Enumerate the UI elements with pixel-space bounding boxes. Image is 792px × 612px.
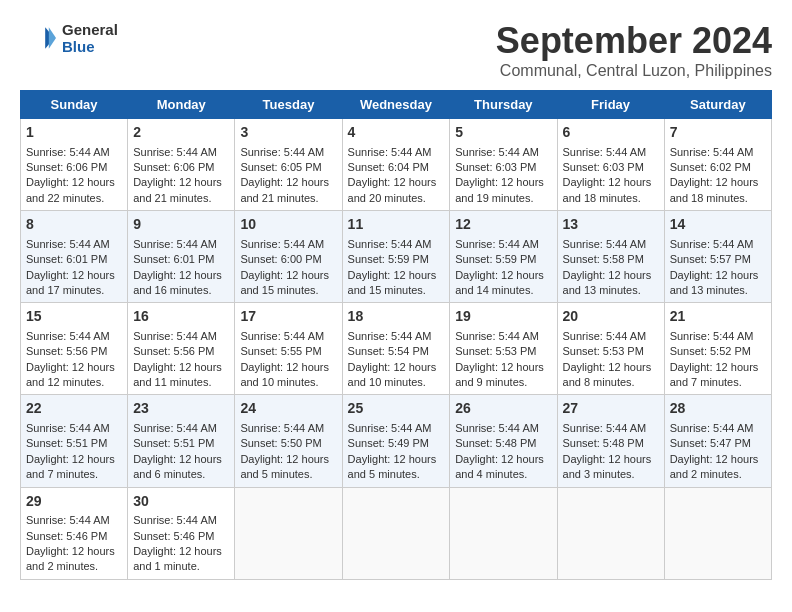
sunset-text: Sunset: 5:54 PM <box>348 345 429 357</box>
sunset-text: Sunset: 5:55 PM <box>240 345 321 357</box>
calendar-cell: 5Sunrise: 5:44 AMSunset: 6:03 PMDaylight… <box>450 119 557 211</box>
sunrise-text: Sunrise: 5:44 AM <box>133 330 217 342</box>
day-number: 15 <box>26 307 122 327</box>
day-number: 29 <box>26 492 122 512</box>
sunset-text: Sunset: 5:53 PM <box>455 345 536 357</box>
sunrise-text: Sunrise: 5:44 AM <box>240 330 324 342</box>
calendar-cell: 19Sunrise: 5:44 AMSunset: 5:53 PMDayligh… <box>450 303 557 395</box>
day-number: 26 <box>455 399 551 419</box>
sunrise-text: Sunrise: 5:44 AM <box>455 330 539 342</box>
calendar-cell: 11Sunrise: 5:44 AMSunset: 5:59 PMDayligh… <box>342 211 450 303</box>
daylight-text: Daylight: 12 hours and 3 minutes. <box>563 453 652 480</box>
day-number: 11 <box>348 215 445 235</box>
sunset-text: Sunset: 5:48 PM <box>455 437 536 449</box>
calendar-cell: 20Sunrise: 5:44 AMSunset: 5:53 PMDayligh… <box>557 303 664 395</box>
daylight-text: Daylight: 12 hours and 15 minutes. <box>348 269 437 296</box>
calendar-cell: 3Sunrise: 5:44 AMSunset: 6:05 PMDaylight… <box>235 119 342 211</box>
sunrise-text: Sunrise: 5:44 AM <box>563 330 647 342</box>
daylight-text: Daylight: 12 hours and 10 minutes. <box>348 361 437 388</box>
calendar-cell: 8Sunrise: 5:44 AMSunset: 6:01 PMDaylight… <box>21 211 128 303</box>
calendar-cell: 10Sunrise: 5:44 AMSunset: 6:00 PMDayligh… <box>235 211 342 303</box>
calendar-row: 1Sunrise: 5:44 AMSunset: 6:06 PMDaylight… <box>21 119 772 211</box>
daylight-text: Daylight: 12 hours and 5 minutes. <box>348 453 437 480</box>
daylight-text: Daylight: 12 hours and 1 minute. <box>133 545 222 572</box>
sunrise-text: Sunrise: 5:44 AM <box>563 146 647 158</box>
logo: General Blue <box>20 20 118 56</box>
calendar-row: 15Sunrise: 5:44 AMSunset: 5:56 PMDayligh… <box>21 303 772 395</box>
sunrise-text: Sunrise: 5:44 AM <box>26 146 110 158</box>
month-title: September 2024 <box>496 20 772 62</box>
sunrise-text: Sunrise: 5:44 AM <box>670 422 754 434</box>
day-number: 1 <box>26 123 122 143</box>
sunrise-text: Sunrise: 5:44 AM <box>670 238 754 250</box>
day-number: 28 <box>670 399 766 419</box>
sunset-text: Sunset: 5:51 PM <box>133 437 214 449</box>
day-number: 6 <box>563 123 659 143</box>
daylight-text: Daylight: 12 hours and 21 minutes. <box>240 176 329 203</box>
daylight-text: Daylight: 12 hours and 7 minutes. <box>670 361 759 388</box>
sunset-text: Sunset: 5:51 PM <box>26 437 107 449</box>
daylight-text: Daylight: 12 hours and 19 minutes. <box>455 176 544 203</box>
day-number: 10 <box>240 215 336 235</box>
sunset-text: Sunset: 5:50 PM <box>240 437 321 449</box>
sunrise-text: Sunrise: 5:44 AM <box>670 330 754 342</box>
sunrise-text: Sunrise: 5:44 AM <box>348 330 432 342</box>
daylight-text: Daylight: 12 hours and 20 minutes. <box>348 176 437 203</box>
sunset-text: Sunset: 5:58 PM <box>563 253 644 265</box>
daylight-text: Daylight: 12 hours and 6 minutes. <box>133 453 222 480</box>
header-row: Sunday Monday Tuesday Wednesday Thursday… <box>21 91 772 119</box>
daylight-text: Daylight: 12 hours and 7 minutes. <box>26 453 115 480</box>
daylight-text: Daylight: 12 hours and 8 minutes. <box>563 361 652 388</box>
sunset-text: Sunset: 5:59 PM <box>455 253 536 265</box>
day-number: 16 <box>133 307 229 327</box>
daylight-text: Daylight: 12 hours and 17 minutes. <box>26 269 115 296</box>
sunrise-text: Sunrise: 5:44 AM <box>26 514 110 526</box>
calendar-row: 29Sunrise: 5:44 AMSunset: 5:46 PMDayligh… <box>21 487 772 579</box>
day-number: 4 <box>348 123 445 143</box>
daylight-text: Daylight: 12 hours and 12 minutes. <box>26 361 115 388</box>
calendar-cell <box>664 487 771 579</box>
daylight-text: Daylight: 12 hours and 5 minutes. <box>240 453 329 480</box>
sunset-text: Sunset: 6:03 PM <box>455 161 536 173</box>
sunrise-text: Sunrise: 5:44 AM <box>26 238 110 250</box>
calendar-cell: 2Sunrise: 5:44 AMSunset: 6:06 PMDaylight… <box>128 119 235 211</box>
sunrise-text: Sunrise: 5:44 AM <box>455 238 539 250</box>
sunset-text: Sunset: 5:49 PM <box>348 437 429 449</box>
daylight-text: Daylight: 12 hours and 22 minutes. <box>26 176 115 203</box>
daylight-text: Daylight: 12 hours and 14 minutes. <box>455 269 544 296</box>
sunrise-text: Sunrise: 5:44 AM <box>26 422 110 434</box>
calendar-cell: 14Sunrise: 5:44 AMSunset: 5:57 PMDayligh… <box>664 211 771 303</box>
day-number: 2 <box>133 123 229 143</box>
day-number: 12 <box>455 215 551 235</box>
sunrise-text: Sunrise: 5:44 AM <box>455 422 539 434</box>
daylight-text: Daylight: 12 hours and 9 minutes. <box>455 361 544 388</box>
sunset-text: Sunset: 6:04 PM <box>348 161 429 173</box>
day-number: 9 <box>133 215 229 235</box>
day-number: 18 <box>348 307 445 327</box>
daylight-text: Daylight: 12 hours and 18 minutes. <box>670 176 759 203</box>
sunrise-text: Sunrise: 5:44 AM <box>240 238 324 250</box>
sunset-text: Sunset: 5:53 PM <box>563 345 644 357</box>
col-friday: Friday <box>557 91 664 119</box>
page-header: General Blue September 2024 Communal, Ce… <box>20 20 772 80</box>
daylight-text: Daylight: 12 hours and 13 minutes. <box>563 269 652 296</box>
calendar-cell: 22Sunrise: 5:44 AMSunset: 5:51 PMDayligh… <box>21 395 128 487</box>
sunrise-text: Sunrise: 5:44 AM <box>133 514 217 526</box>
calendar-cell: 4Sunrise: 5:44 AMSunset: 6:04 PMDaylight… <box>342 119 450 211</box>
calendar-cell: 24Sunrise: 5:44 AMSunset: 5:50 PMDayligh… <box>235 395 342 487</box>
daylight-text: Daylight: 12 hours and 2 minutes. <box>26 545 115 572</box>
daylight-text: Daylight: 12 hours and 4 minutes. <box>455 453 544 480</box>
calendar-cell: 29Sunrise: 5:44 AMSunset: 5:46 PMDayligh… <box>21 487 128 579</box>
sunset-text: Sunset: 6:03 PM <box>563 161 644 173</box>
logo-text: General Blue <box>62 21 118 55</box>
sunset-text: Sunset: 6:05 PM <box>240 161 321 173</box>
calendar-cell: 27Sunrise: 5:44 AMSunset: 5:48 PMDayligh… <box>557 395 664 487</box>
sunrise-text: Sunrise: 5:44 AM <box>240 422 324 434</box>
calendar-cell: 12Sunrise: 5:44 AMSunset: 5:59 PMDayligh… <box>450 211 557 303</box>
day-number: 30 <box>133 492 229 512</box>
sunset-text: Sunset: 6:00 PM <box>240 253 321 265</box>
sunrise-text: Sunrise: 5:44 AM <box>26 330 110 342</box>
sunrise-text: Sunrise: 5:44 AM <box>563 238 647 250</box>
calendar-cell: 7Sunrise: 5:44 AMSunset: 6:02 PMDaylight… <box>664 119 771 211</box>
daylight-text: Daylight: 12 hours and 11 minutes. <box>133 361 222 388</box>
